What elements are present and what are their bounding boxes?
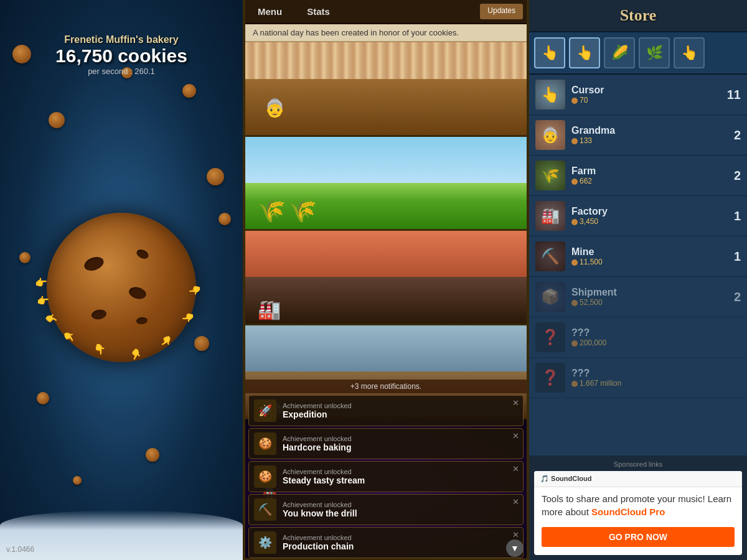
left-panel: Frenetic Muffin's bakery 16,750 cookies … bbox=[0, 0, 243, 560]
notification-small-steady-tasty-stream: Achievement unlocked bbox=[283, 468, 518, 475]
store-item-factory[interactable]: 🏭Factory3,4501 bbox=[529, 196, 747, 236]
sponsored-text: Sponsored links bbox=[534, 460, 742, 468]
store-item-unknown2[interactable]: ❓???1.667 million bbox=[529, 358, 747, 398]
store-item-info-unknown2: ???1.667 million bbox=[571, 368, 722, 388]
store-item-cost-grandma: 133 bbox=[571, 136, 722, 145]
notification-title-you-know-the-drill: You know the drill bbox=[283, 508, 518, 518]
store-item-info-grandma: Grandma133 bbox=[571, 125, 722, 145]
store-item-count-factory: 1 bbox=[722, 209, 741, 223]
version-tag: v.1.0466 bbox=[6, 545, 34, 554]
grandma-sprite: 👵 bbox=[264, 98, 283, 129]
upgrade-icon-1[interactable]: 👆 bbox=[569, 37, 600, 68]
notification-small-hardcore-baking: Achievement unlocked bbox=[283, 435, 518, 442]
ad-header: 🎵 SoundCloud bbox=[534, 471, 742, 487]
cookie-count: 16,750 cookies bbox=[0, 45, 243, 67]
big-cookie[interactable] bbox=[47, 213, 196, 362]
float-cookie bbox=[218, 213, 231, 225]
upgrade-icon-4[interactable]: 👆 bbox=[674, 37, 705, 68]
store-item-name-grandma: Grandma bbox=[571, 125, 722, 136]
store-item-name-farm: Farm bbox=[571, 166, 722, 177]
notification-icon-production-chain: ⚙️ bbox=[254, 531, 276, 554]
float-cookie bbox=[146, 448, 159, 462]
notification-steady-tasty-stream: 🍪Achievement unlockedSteady tasty stream… bbox=[248, 461, 524, 492]
float-cookie bbox=[19, 252, 31, 263]
store-item-info-shipment: Shipment52,500 bbox=[571, 287, 722, 307]
store-item-cost-unknown1: 200,000 bbox=[571, 338, 722, 347]
cookie-chip bbox=[91, 309, 107, 320]
notification-small-production-chain: Achievement unlocked bbox=[283, 534, 518, 541]
upgrade-icon-0[interactable]: 👆 bbox=[534, 37, 565, 68]
haybale: 🌾 bbox=[258, 198, 286, 224]
notification-text-production-chain: Achievement unlockedProduction chain bbox=[283, 534, 518, 551]
notification-close-you-know-the-drill[interactable]: ✕ bbox=[512, 497, 519, 506]
soundcloud-logo: 🎵 SoundCloud bbox=[540, 475, 591, 483]
upgrade-icon-3[interactable]: 🌿 bbox=[639, 37, 670, 68]
notification-close-hardcore-baking[interactable]: ✕ bbox=[512, 431, 519, 441]
store-item-grandma[interactable]: 👵Grandma1332 bbox=[529, 115, 747, 156]
store-item-farm[interactable]: 🌾Farm6622 bbox=[529, 156, 747, 196]
store-item-name-mine: Mine bbox=[571, 246, 722, 258]
store-item-name-unknown2: ??? bbox=[571, 368, 722, 379]
store-item-icon-cursor: 👆 bbox=[535, 80, 565, 110]
bakery-name: Frenetic Muffin's bakery bbox=[0, 34, 243, 45]
store-item-count-mine: 1 bbox=[722, 250, 741, 264]
upgrade-icon-2[interactable]: 🌽 bbox=[604, 37, 635, 68]
scroll-down-button[interactable]: ▼ bbox=[506, 539, 524, 557]
store-item-cost-factory: 3,450 bbox=[571, 217, 722, 226]
notifications-list: 🚀Achievement unlockedExpedition✕🍪Achieve… bbox=[245, 395, 527, 558]
notification-close-production-chain[interactable]: ✕ bbox=[512, 530, 519, 539]
store-item-name-unknown1: ??? bbox=[571, 327, 722, 338]
store-item-mine[interactable]: ⛏️Mine11,5001 bbox=[529, 236, 747, 277]
store-item-cost-unknown2: 1.667 million bbox=[571, 379, 722, 388]
ad-go-pro-button[interactable]: GO PRO NOW bbox=[542, 527, 735, 547]
notification-small-you-know-the-drill: Achievement unlocked bbox=[283, 501, 518, 508]
notification-you-know-the-drill: ⛏️Achievement unlockedYou know the drill… bbox=[248, 494, 524, 525]
right-panel: Store 👆👆🌽🌿👆 👆Cursor7011👵Grandma1332🌾Farm… bbox=[529, 0, 747, 560]
notification-text-you-know-the-drill: Achievement unlockedYou know the drill bbox=[283, 501, 518, 518]
cookie-chip bbox=[135, 248, 150, 260]
store-item-icon-unknown1: ❓ bbox=[535, 322, 565, 352]
store-item-cursor[interactable]: 👆Cursor7011 bbox=[529, 75, 747, 115]
scene-kitchen: 👵 bbox=[245, 42, 527, 137]
store-item-icon-grandma: 👵 bbox=[535, 120, 565, 150]
store-item-name-shipment: Shipment bbox=[571, 287, 722, 298]
factory-building: 🏭 bbox=[258, 299, 281, 320]
store-item-unknown1[interactable]: ❓???200,000 bbox=[529, 317, 747, 358]
menu-button[interactable]: Menu bbox=[245, 0, 294, 23]
ad-link[interactable]: SoundCloud Pro bbox=[591, 506, 665, 517]
store-title: Store bbox=[535, 6, 741, 25]
store-item-count-shipment: 2 bbox=[722, 290, 741, 304]
float-cookie bbox=[194, 336, 209, 351]
notification-close-expedition[interactable]: ✕ bbox=[512, 398, 519, 408]
notification-small-expedition: Achievement unlocked bbox=[283, 402, 518, 409]
store-item-icon-shipment: 📦 bbox=[535, 282, 565, 312]
float-cookie bbox=[73, 476, 82, 485]
notification-bar: A national day has been created in honor… bbox=[245, 24, 527, 42]
store-item-icon-mine: ⛏️ bbox=[535, 241, 565, 271]
notification-icon-you-know-the-drill: ⛏️ bbox=[254, 498, 276, 521]
store-item-info-cursor: Cursor70 bbox=[571, 85, 722, 105]
float-cookie bbox=[49, 112, 65, 128]
store-item-shipment[interactable]: 📦Shipment52,5002 bbox=[529, 277, 747, 317]
store-item-info-unknown1: ???200,000 bbox=[571, 327, 722, 347]
ad-box: 🎵 SoundCloud Tools to share and promote … bbox=[534, 471, 742, 555]
haybale: 🌾 bbox=[289, 198, 317, 224]
notification-text-hardcore-baking: Achievement unlockedHardcore baking bbox=[283, 435, 518, 452]
cookie-chip bbox=[136, 317, 148, 325]
stats-button[interactable]: Stats bbox=[294, 0, 342, 23]
store-item-name-factory: Factory bbox=[571, 206, 722, 217]
snow-decoration bbox=[0, 510, 243, 560]
store-item-info-factory: Factory3,450 bbox=[571, 206, 722, 226]
ad-body: Tools to share and promote your music! L… bbox=[534, 487, 742, 523]
scene-factory: 🏭 bbox=[245, 231, 527, 325]
updates-button[interactable]: Updates bbox=[480, 4, 523, 19]
notification-text-steady-tasty-stream: Achievement unlockedSteady tasty stream bbox=[283, 468, 518, 485]
float-cookie bbox=[207, 168, 224, 185]
store-item-cost-farm: 662 bbox=[571, 177, 722, 185]
store-item-info-farm: Farm662 bbox=[571, 166, 722, 185]
notification-title-production-chain: Production chain bbox=[283, 541, 518, 551]
store-item-count-farm: 2 bbox=[722, 169, 741, 183]
notification-hardcore-baking: 🍪Achievement unlockedHardcore baking✕ bbox=[248, 428, 524, 459]
store-item-cost-cursor: 70 bbox=[571, 96, 722, 105]
notification-close-steady-tasty-stream[interactable]: ✕ bbox=[512, 464, 519, 474]
